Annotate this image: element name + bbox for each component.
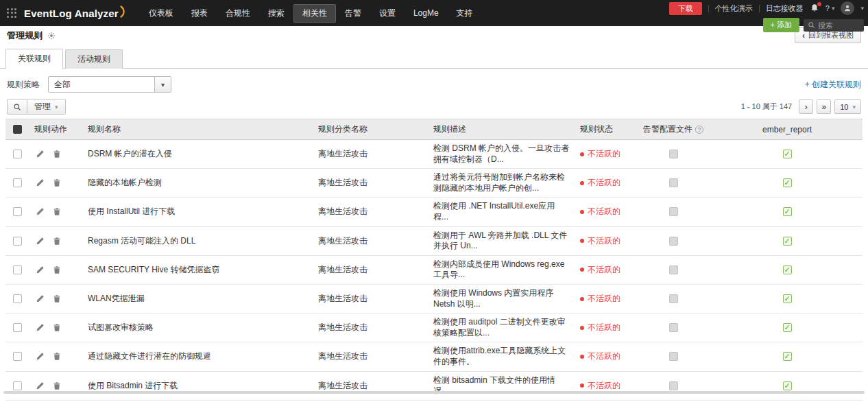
notification-badge [817,1,822,7]
row-checkbox[interactable] [13,294,22,303]
rule-name: 试图篡改审核策略 [82,314,313,342]
alert-profile-checkbox[interactable] [669,294,678,303]
personalized-demo-link[interactable]: 个性化演示 [715,3,753,14]
rule-description: 检测用于 AWL 旁路并加载 .DLL 文件并执行 Un... [428,226,575,255]
delete-icon[interactable] [53,352,61,361]
edit-icon[interactable] [36,323,45,332]
nav-item-dashboard[interactable]: 仪表板 [140,4,182,23]
delete-icon[interactable] [53,265,61,274]
status-dot-icon [580,355,584,359]
notifications-bell-icon[interactable] [810,3,819,13]
status-dot-icon [580,210,584,214]
delete-icon[interactable] [53,323,61,332]
edit-icon[interactable] [36,150,45,158]
ember-report-checkbox[interactable]: ✓ [783,150,792,158]
alert-profile-checkbox[interactable] [669,150,678,158]
ember-report-checkbox[interactable]: ✓ [783,178,792,187]
nav-item-search[interactable]: 搜索 [259,4,293,23]
row-checkbox[interactable] [13,237,22,246]
rule-status: 不活跃的 [588,177,620,189]
page-size-value: 10 [840,103,848,111]
ember-report-checkbox[interactable]: ✓ [783,265,792,274]
row-checkbox[interactable] [13,178,22,187]
chevron-down-icon: ▾ [154,77,171,92]
nav-item-settings[interactable]: 设置 [370,4,405,23]
table-row: WLAN凭据泄漏 离地生活攻击 检测使用 Windows 内置实用程序 Nets… [5,284,863,313]
table-header-row: 规则动作 规则名称 规则分类名称 规则描述 规则状态 告警配置文件? ember… [5,119,863,140]
ember-report-checkbox[interactable]: ✓ [783,381,792,390]
apps-grid-icon[interactable] [7,8,17,19]
global-search-input[interactable] [818,21,859,29]
edit-icon[interactable] [36,178,45,187]
edit-icon[interactable] [36,207,45,216]
nav-item-correlation[interactable]: 相关性 [293,4,336,23]
ember-report-checkbox[interactable]: ✓ [783,237,792,246]
policy-select[interactable]: 全部 ▾ [48,76,171,93]
delete-icon[interactable] [53,237,61,246]
page-settings-icon[interactable] [47,32,56,40]
alert-profile-checkbox[interactable] [669,323,678,332]
chevron-down-icon: ▾ [832,5,835,12]
row-checkbox[interactable] [13,352,22,361]
alert-profile-checkbox[interactable] [669,207,678,216]
delete-icon[interactable] [53,381,61,390]
page-size-select[interactable]: 10 ▾ [834,99,861,114]
edit-icon[interactable] [36,352,45,361]
ember-report-checkbox[interactable]: ✓ [783,352,792,361]
select-all-checkbox[interactable] [13,125,22,134]
tab-activity-rules[interactable]: 活动规则 [65,49,123,69]
ember-report-checkbox[interactable]: ✓ [783,323,792,332]
edit-icon[interactable] [36,265,45,274]
user-avatar[interactable] [841,1,854,15]
ember-report-checkbox[interactable]: ✓ [783,294,792,303]
help-menu[interactable]: ? ▾ [825,4,835,12]
rules-table: 规则动作 规则名称 规则分类名称 规则描述 规则状态 告警配置文件? ember… [5,119,863,402]
alert-profile-checkbox[interactable] [669,178,678,187]
rule-description: 检测使用attrib.exe工具隐藏系统上文件的事件。 [428,342,575,371]
log-receiver-link[interactable]: 日志接收器 [766,3,804,14]
col-header-description: 规则描述 [428,119,575,140]
global-search[interactable] [804,19,864,32]
status-dot-icon [580,297,584,301]
alert-profile-checkbox[interactable] [669,237,678,246]
delete-icon[interactable] [53,207,61,216]
alert-profile-checkbox[interactable] [669,352,678,361]
row-checkbox[interactable] [13,381,22,390]
edit-icon[interactable] [36,294,45,303]
nav-item-alerts[interactable]: 告警 [336,4,370,23]
nav-item-compliance[interactable]: 合规性 [217,4,259,23]
row-checkbox[interactable] [13,150,22,158]
rule-name: WLAN凭据泄漏 [82,284,313,313]
last-page-button[interactable]: » [817,99,831,114]
rule-description: 检测使用 Windows 内置实用程序 Netsh 以明... [428,284,575,313]
delete-icon[interactable] [53,294,61,303]
edit-icon[interactable] [36,381,45,390]
nav-item-reports[interactable]: 报表 [182,4,217,23]
create-correlation-rule-link[interactable]: + 创建关联规则 [805,79,861,91]
ember-report-checkbox[interactable]: ✓ [783,207,792,216]
manage-button-label: 管理 [34,101,51,113]
help-icon[interactable]: ? [695,126,703,134]
user-menu-caret-icon[interactable]: ▾ [860,5,864,12]
edit-icon[interactable] [36,237,45,246]
horizontal-scrollbar[interactable] [3,391,865,394]
status-dot-icon [580,152,584,156]
nav-item-logme[interactable]: LogMe [405,5,448,21]
row-checkbox[interactable] [13,265,22,274]
manage-dropdown-button[interactable]: 管理 ▾ [27,99,66,115]
nav-item-support[interactable]: 支持 [448,4,482,23]
rule-name: 使用 Bitsadmin 进行下载 [82,371,313,400]
table-row: Regasm 活动可能注入的 DLL 离地生活攻击 检测用于 AWL 旁路并加载… [5,226,863,255]
alert-profile-checkbox[interactable] [669,265,678,274]
add-button[interactable]: + 添加 [763,18,799,32]
download-button[interactable]: 下载 [669,2,702,15]
next-page-button[interactable]: › [799,99,813,114]
delete-icon[interactable] [53,178,61,187]
tab-correlation-rules[interactable]: 关联规则 [5,49,63,69]
alert-profile-checkbox[interactable] [669,381,678,390]
delete-icon[interactable] [53,150,61,158]
table-search-button[interactable] [7,99,27,115]
row-checkbox[interactable] [13,207,22,216]
filter-row: 规则策略 全部 ▾ + 创建关联规则 [0,69,868,99]
row-checkbox[interactable] [13,323,22,332]
